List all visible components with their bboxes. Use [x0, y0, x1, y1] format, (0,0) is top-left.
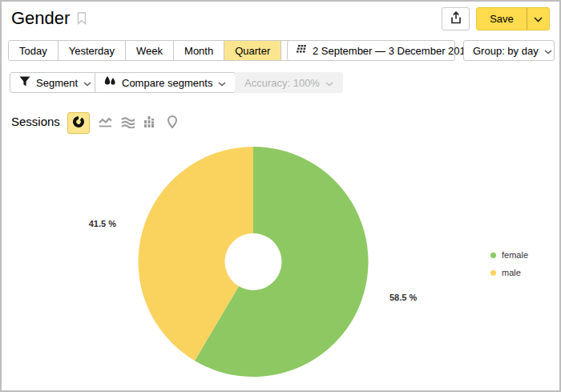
gender-donut-chart: 41.5 % 58.5 % femalemale — [2, 136, 559, 389]
export-button[interactable] — [442, 7, 470, 30]
compare-segments-button[interactable]: Compare segments — [95, 72, 236, 93]
stacked-area-chart-icon — [121, 116, 135, 131]
donut-chart-icon — [72, 115, 85, 131]
two-drops-icon — [104, 76, 116, 89]
date-range-label: 2 September — 3 December 2015 — [313, 45, 471, 57]
period-tabs: TodayYesterdayWeekMonthQuarterYear — [8, 40, 325, 61]
stacked-area-chart-type-button[interactable] — [120, 112, 135, 134]
map-pin-icon — [167, 115, 178, 131]
column-chart-icon — [143, 116, 156, 131]
legend-label-female: female — [502, 250, 528, 260]
accuracy-button: Accuracy: 100% — [235, 72, 343, 93]
chevron-down-icon — [544, 45, 552, 57]
legend-dot-male — [490, 270, 496, 276]
segment-label: Segment — [36, 77, 78, 89]
header: Gender — [11, 8, 87, 29]
sessions-label: Sessions — [11, 115, 60, 128]
chevron-down-icon — [534, 13, 543, 25]
legend-label-male: male — [502, 268, 521, 277]
legend-dot-female — [490, 253, 496, 258]
save-dropdown-button[interactable] — [527, 8, 549, 30]
segment-button[interactable]: Segment — [10, 72, 101, 93]
calendar-grid-icon — [297, 45, 307, 57]
chevron-down-icon — [325, 77, 333, 89]
period-tab-yesterday[interactable]: Yesterday — [59, 41, 126, 60]
period-tab-quarter[interactable]: Quarter — [224, 41, 281, 60]
group-by-label: Group: by day — [473, 45, 539, 57]
chevron-down-icon — [218, 77, 226, 89]
date-range-button[interactable]: 2 September — 3 December 2015 — [287, 40, 455, 61]
legend-item-male[interactable]: male — [490, 264, 528, 281]
bookmark-icon[interactable] — [77, 12, 87, 28]
chevron-down-icon — [83, 77, 91, 89]
save-button[interactable]: Save — [477, 8, 527, 30]
export-tray-arrow-icon — [450, 11, 462, 27]
period-tab-month[interactable]: Month — [174, 41, 224, 60]
filter-funnel-icon — [19, 76, 30, 89]
metrica-report-window: Gender Save TodayYesterdayWeekMonthQuart… — [0, 0, 561, 392]
line-chart-icon — [99, 116, 112, 131]
male-slice-label: 41.5 % — [83, 219, 116, 228]
period-tab-today[interactable]: Today — [9, 41, 59, 60]
chart-type-switcher — [67, 112, 180, 134]
save-split-button: Save — [476, 7, 550, 30]
compare-segments-label: Compare segments — [122, 77, 212, 89]
map-chart-type-button[interactable] — [165, 112, 180, 134]
group-by-button[interactable]: Group: by day — [463, 40, 555, 61]
chart-legend: femalemale — [490, 246, 528, 281]
page-title: Gender — [11, 8, 70, 29]
donut-chart-type-button[interactable] — [67, 112, 90, 134]
column-chart-type-button[interactable] — [143, 112, 157, 134]
period-tab-week[interactable]: Week — [126, 41, 174, 60]
line-chart-type-button[interactable] — [98, 112, 112, 134]
legend-item-female[interactable]: female — [490, 246, 528, 264]
accuracy-label: Accuracy: 100% — [244, 77, 320, 89]
female-slice-label: 58.5 % — [389, 293, 417, 302]
